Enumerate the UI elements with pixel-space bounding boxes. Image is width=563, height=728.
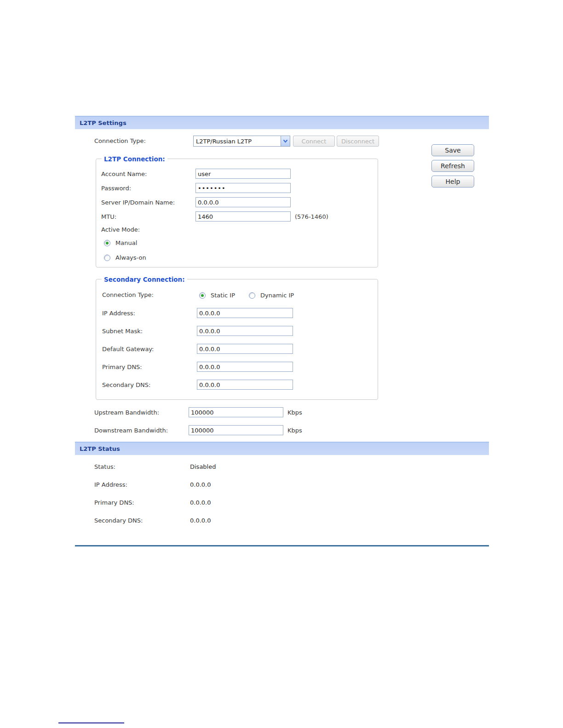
active-mode-always-on-option[interactable]: Always-on [104,254,146,261]
secondary-dns-label: Secondary DNS: [102,381,150,389]
manual-radio-label: Manual [115,239,137,246]
always-on-radio-label: Always-on [115,254,146,261]
secondary-dns-input[interactable] [197,380,293,390]
server-ip-label: Server IP/Domain Name: [101,199,175,206]
upstream-bandwidth-input[interactable] [189,407,283,417]
default-gateway-label: Default Gateway: [102,346,154,353]
status-primary-dns-label: Primary DNS: [94,499,134,506]
dynamic-ip-radio-icon[interactable] [249,292,255,299]
secondary-connection-legend: Secondary Connection: [102,275,187,284]
status-ip-address-label: IP Address: [94,481,127,489]
l2tp-settings-title: L2TP Settings [80,119,126,126]
subnet-mask-input[interactable] [197,326,293,336]
upstream-bandwidth-label: Upstream Bandwidth: [94,409,159,416]
password-input[interactable] [195,183,291,193]
primary-dns-input[interactable] [197,362,293,372]
status-secondary-dns-label: Secondary DNS: [94,517,143,524]
downstream-bandwidth-label: Downstream Bandwidth: [94,427,168,434]
status-ip-address-value: 0.0.0.0 [190,481,211,489]
secondary-connection-type-label: Connection Type: [102,291,154,299]
dynamic-ip-option[interactable]: Dynamic IP [249,292,294,299]
save-button[interactable]: Save [431,144,474,156]
refresh-button[interactable]: Refresh [431,160,474,172]
mtu-range-note: (576-1460) [295,213,328,221]
account-name-label: Account Name: [101,171,147,178]
active-mode-manual-option[interactable]: Manual [104,239,137,246]
always-on-radio-icon[interactable] [104,255,110,261]
connection-type-label: Connection Type: [94,137,146,145]
connection-type-selected-value: L2TP/Russian L2TP [194,138,281,145]
l2tp-status-title: L2TP Status [80,445,120,452]
chevron-down-icon[interactable] [281,136,290,146]
downstream-bandwidth-input[interactable] [189,425,283,435]
footer-line [58,722,124,723]
l2tp-status-header: L2TP Status [75,442,489,455]
downstream-bandwidth-unit: Kbps [287,427,302,434]
primary-dns-label: Primary DNS: [102,364,142,371]
default-gateway-input[interactable] [197,344,293,354]
ip-address-label: IP Address: [102,310,135,317]
status-secondary-dns-value: 0.0.0.0 [190,517,211,524]
subnet-mask-label: Subnet Mask: [102,328,143,335]
server-ip-input[interactable] [195,197,291,207]
bottom-divider [75,545,489,546]
upstream-bandwidth-unit: Kbps [287,409,302,416]
connection-type-select[interactable]: L2TP/Russian L2TP [193,136,290,147]
static-ip-radio-icon[interactable] [199,292,206,299]
password-label: Password: [101,185,131,192]
static-ip-radio-label: Static IP [211,292,235,299]
connect-button[interactable]: Connect [293,136,335,147]
ip-address-input[interactable] [197,308,293,318]
account-name-input[interactable] [195,169,291,179]
connect-button-label: Connect [302,138,327,145]
disconnect-button-label: Disconnect [341,138,374,145]
disconnect-button[interactable]: Disconnect [337,136,379,147]
save-button-label: Save [445,147,460,154]
help-button[interactable]: Help [431,176,474,188]
refresh-button-label: Refresh [441,162,465,170]
mtu-input[interactable] [195,211,291,222]
status-value: Disabled [190,463,216,471]
mtu-label: MTU: [101,213,116,221]
l2tp-settings-page: { "headers": { "settings_title": "L2TP S… [0,0,563,728]
help-button-label: Help [446,178,460,185]
static-ip-option[interactable]: Static IP [199,292,235,299]
l2tp-settings-header: L2TP Settings [75,116,489,129]
l2tp-connection-legend: L2TP Connection: [102,155,167,163]
status-label: Status: [94,463,115,471]
active-mode-label: Active Mode: [101,226,140,233]
status-primary-dns-value: 0.0.0.0 [190,499,211,506]
dynamic-ip-radio-label: Dynamic IP [260,292,294,299]
manual-radio-icon[interactable] [104,240,110,246]
